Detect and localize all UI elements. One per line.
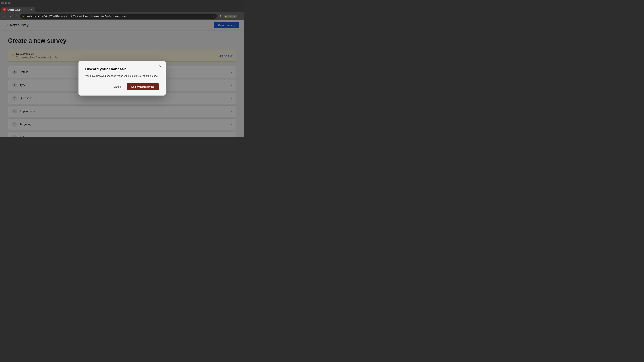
- tab-bar: H Create Survey ✕ +: [0, 6, 244, 12]
- incognito-badge: 🕵 Incognito: [224, 15, 237, 17]
- incognito-label: Incognito: [228, 15, 236, 17]
- exit-without-saving-button[interactable]: Exit without saving: [126, 83, 159, 90]
- back-button[interactable]: ‹: [2, 14, 7, 18]
- modal-close-button[interactable]: ✕: [158, 64, 163, 69]
- page-content: ✕ New survey Create survey Create a new …: [0, 20, 244, 137]
- minimize-button[interactable]: ─: [1, 2, 4, 4]
- browser-chrome: ─ □ ✕ H Create Survey ✕ + ‹ › ↻ 🔒 insigh…: [0, 0, 244, 20]
- close-window-button[interactable]: ✕: [8, 2, 10, 4]
- modal-body-text: You have unsaved changes which will be l…: [85, 74, 159, 78]
- tab-close-button[interactable]: ✕: [30, 8, 33, 11]
- bookmark-icon: ☆: [213, 15, 215, 17]
- nav-bar: ‹ › ↻ 🔒 insights.hotjar.com/sites/381834…: [0, 12, 244, 20]
- modal-title: Discard your changes?: [85, 67, 159, 71]
- new-tab-button[interactable]: +: [36, 8, 40, 12]
- tab-favicon: H: [3, 8, 6, 11]
- cancel-button[interactable]: Cancel: [111, 84, 124, 90]
- active-tab[interactable]: H Create Survey ✕: [1, 7, 35, 12]
- tab-title: Create Survey: [8, 8, 29, 11]
- url-text: insights.hotjar.com/sites/3818347/survey…: [26, 15, 211, 17]
- forward-button[interactable]: ›: [8, 14, 13, 18]
- discard-changes-modal: ✕ Discard your changes? You have unsaved…: [78, 61, 166, 95]
- menu-button[interactable]: ⋮: [238, 14, 242, 18]
- lock-icon: 🔒: [22, 15, 25, 17]
- reload-button[interactable]: ↻: [14, 14, 19, 18]
- modal-actions: Cancel Exit without saving: [85, 83, 159, 90]
- browser-actions: ⊞ 🕵 Incognito ⋮: [218, 14, 242, 18]
- title-bar: ─ □ ✕: [0, 0, 244, 6]
- incognito-icon: 🕵: [225, 15, 227, 17]
- maximize-button[interactable]: □: [5, 2, 7, 4]
- extensions-button[interactable]: ⊞: [218, 14, 223, 18]
- modal-overlay[interactable]: ✕ Discard your changes? You have unsaved…: [0, 20, 244, 137]
- window-controls: ─ □ ✕: [1, 2, 10, 4]
- address-bar[interactable]: 🔒 insights.hotjar.com/sites/3818347/surv…: [20, 13, 217, 18]
